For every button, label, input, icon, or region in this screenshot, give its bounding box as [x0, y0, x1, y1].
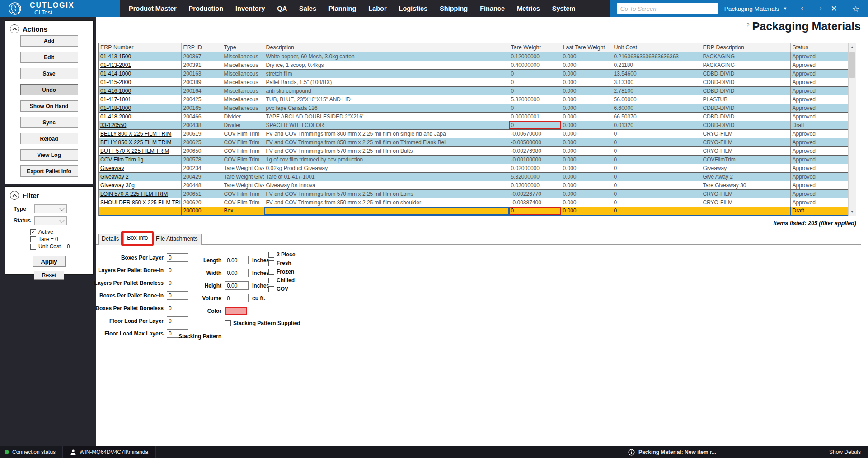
erp-number-link[interactable]: Giveaway 2	[100, 174, 129, 180]
table-row[interactable]: 01-417-1001200425MiscellaneousTUB, BLUE,…	[99, 95, 849, 104]
menu-item-finance[interactable]: Finance	[480, 5, 505, 12]
table-row[interactable]: BUTT 570 X 225 FILM TRIM200650COV Film T…	[99, 146, 849, 155]
checkbox-icon[interactable]	[268, 286, 274, 292]
edit-button[interactable]: Edit	[20, 52, 78, 63]
close-screen-button[interactable]: ✕	[830, 4, 839, 13]
table-row[interactable]: COV Film Trim 1g200578COV Film Trim1g of…	[99, 155, 849, 164]
checkbox-icon[interactable]	[30, 244, 36, 250]
table-row[interactable]: SHOULDER 850 X 225 FILM TRIM200620COV Fi…	[99, 198, 849, 207]
column-header-tare-weight[interactable]: Tare Weight	[509, 43, 561, 52]
tab-box-info[interactable]: Box Info	[123, 233, 151, 245]
stacking-pattern-supplied-checkbox[interactable]: Stacking Pattern Supplied	[225, 320, 300, 326]
type-filter-dropdown[interactable]	[34, 204, 67, 213]
menu-item-product-master[interactable]: Product Master	[129, 5, 177, 12]
vertical-scrollbar[interactable]: ▲ ▼	[848, 43, 856, 216]
undo-button[interactable]: Undo	[20, 84, 78, 95]
checkbox-icon[interactable]	[268, 269, 274, 275]
stacking-pattern-input[interactable]	[225, 332, 272, 340]
show-details-button[interactable]: Show Details	[829, 449, 861, 455]
status-filter-dropdown[interactable]	[34, 216, 67, 225]
table-row[interactable]: Giveaway200234Tare Weight Giveaway0.02kg…	[99, 164, 849, 172]
tab-file-attachments[interactable]: File Attachments	[152, 234, 201, 245]
save-button[interactable]: Save	[20, 68, 78, 79]
table-row[interactable]: 01-414-1000200163Miscellaneousstretch fi…	[99, 69, 849, 78]
menu-item-production[interactable]: Production	[189, 5, 224, 12]
table-row[interactable]: LOIN 570 X 225 FILM TRIM200651COV Film T…	[99, 189, 849, 198]
back-button[interactable]: ←	[799, 4, 808, 13]
erp-number-link[interactable]: 01-414-1000	[100, 71, 131, 77]
favorite-star-button[interactable]: ☆	[851, 4, 861, 14]
menu-item-sales[interactable]: Sales	[299, 5, 316, 12]
table-row[interactable]: Giveaway 30g200448Tare Weight GiveawayGi…	[99, 181, 849, 189]
filter-checkbox-tare-0[interactable]: Tare = 0	[30, 236, 93, 242]
erp-number-link[interactable]: BELLY 850 X 225 FILM TRIM	[100, 139, 171, 146]
notification-message[interactable]: Packing Material: New item r...	[628, 449, 716, 456]
column-header-type[interactable]: Type	[222, 43, 264, 52]
table-row[interactable]: 200000Box00.0000Draft	[99, 207, 849, 215]
go-to-screen-input[interactable]	[617, 3, 718, 14]
menu-item-planning[interactable]: Planning	[328, 5, 356, 12]
erp-number-link[interactable]: Giveaway	[100, 165, 124, 171]
filter-checkbox-active[interactable]: ✓Active	[30, 229, 93, 235]
view-log-button[interactable]: View Log	[20, 149, 78, 161]
flag-checkbox-2-piece[interactable]: 2 Piece	[268, 251, 295, 258]
erp-number-link[interactable]: 01-417-1001	[100, 96, 131, 103]
table-row[interactable]: 33-120550200438DividerSPACER WITH COLOR0…	[99, 121, 849, 129]
erp-number-link[interactable]: LOIN 570 X 225 FILM TRIM	[100, 191, 168, 197]
menu-item-metrics[interactable]: Metrics	[517, 5, 540, 12]
menu-item-logistics[interactable]: Logistics	[399, 5, 428, 12]
export-pallet-info-button[interactable]: Export Pallet Info	[20, 165, 78, 177]
color-swatch[interactable]	[225, 307, 247, 315]
checkbox-icon[interactable]	[268, 260, 274, 266]
scrollbar-thumb[interactable]	[849, 52, 855, 78]
table-row[interactable]: 01-413-1500200367MiscellaneousWhite pepp…	[99, 52, 849, 61]
forward-button[interactable]: →	[814, 4, 823, 13]
sync-button[interactable]: Sync	[20, 117, 78, 128]
column-header-erp-number[interactable]: ERP Number	[99, 43, 181, 52]
show-on-hand-button[interactable]: Show On Hand	[20, 100, 78, 112]
length-input[interactable]	[225, 256, 249, 264]
volume-input[interactable]	[225, 294, 249, 302]
scroll-down-arrow[interactable]: ▼	[849, 208, 856, 216]
erp-number-link[interactable]: Giveaway 30g	[100, 182, 135, 189]
tab-details[interactable]: Details	[98, 234, 122, 245]
erp-number-link[interactable]: 33-120550	[100, 122, 126, 128]
add-button[interactable]: Add	[20, 35, 78, 47]
filter-checkbox-unit-cost-0[interactable]: Unit Cost = 0	[30, 243, 93, 250]
reset-filter-button[interactable]: Reset	[34, 271, 64, 280]
height-input[interactable]	[225, 281, 249, 290]
column-header-description[interactable]: Description	[264, 43, 509, 52]
table-row[interactable]: 01-418-2000200466DividerTAPE ARCLAD DOUB…	[99, 112, 849, 121]
erp-number-link[interactable]: 01-418-2000	[100, 113, 131, 120]
erp-number-link[interactable]: 01-415-2000	[100, 79, 131, 85]
checkbox-icon[interactable]	[268, 278, 274, 283]
flag-checkbox-chilled[interactable]: Chilled	[268, 277, 295, 283]
table-row[interactable]: BELLY 850 X 225 FILM TRIM200625COV Film …	[99, 138, 849, 146]
column-header-erp-id[interactable]: ERP ID	[181, 43, 222, 52]
width-input[interactable]	[225, 269, 249, 277]
erp-number-link[interactable]: BELLY 800 X 225 FILM TRIM	[100, 131, 171, 137]
erp-number-link[interactable]: SHOULDER 850 X 225 FILM TRIM	[100, 199, 181, 206]
table-row[interactable]: 01-415-2000200389MiscellaneousPallet Ban…	[99, 78, 849, 86]
flag-checkbox-frozen[interactable]: Frozen	[268, 269, 295, 275]
column-header-last-tare-weight[interactable]: Last Tare Weight	[561, 43, 612, 52]
erp-number-link[interactable]: 01-413-2001	[100, 62, 131, 68]
table-row[interactable]: BELLY 800 X 225 FILM TRIM200619COV Film …	[99, 129, 849, 138]
apply-filter-button[interactable]: Apply	[33, 256, 66, 267]
collapse-filter-button[interactable]	[10, 191, 19, 200]
menu-item-system[interactable]: System	[552, 5, 576, 12]
menu-item-inventory[interactable]: Inventory	[235, 5, 265, 12]
checkbox-icon[interactable]: ✓	[30, 229, 36, 235]
erp-number-link[interactable]: 01-413-1500	[100, 53, 131, 60]
flag-checkbox-cov[interactable]: COV	[268, 286, 295, 292]
checkbox-icon[interactable]	[30, 236, 36, 242]
erp-number-link[interactable]: BUTT 570 X 225 FILM TRIM	[100, 148, 169, 154]
checkbox-icon[interactable]	[268, 252, 274, 258]
erp-number-link[interactable]: 01-416-1000	[100, 88, 131, 94]
help-icon[interactable]: ?	[746, 22, 749, 28]
column-header-status[interactable]: Status	[790, 43, 849, 52]
menu-item-shipping[interactable]: Shipping	[440, 5, 468, 12]
table-row[interactable]: Giveaway 2200429Tare Weight GiveawayTare…	[99, 172, 849, 181]
column-header-erp-description[interactable]: ERP Description	[701, 43, 790, 52]
flag-checkbox-fresh[interactable]: Fresh	[268, 260, 295, 266]
